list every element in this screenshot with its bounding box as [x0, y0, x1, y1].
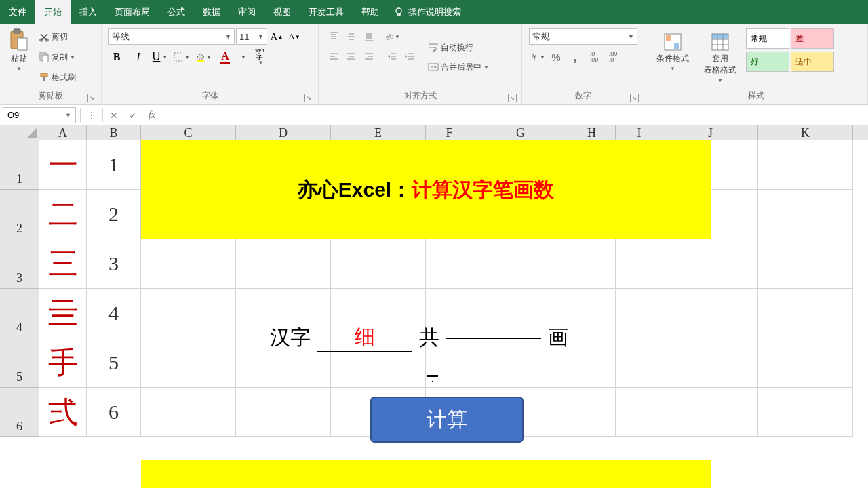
border-button[interactable]: ▼ — [174, 49, 190, 65]
cell-C4[interactable] — [141, 289, 236, 338]
col-header-D[interactable]: D — [236, 125, 331, 140]
copy-button[interactable]: 复制 ▼ — [35, 49, 79, 65]
cell-style-normal[interactable]: 常规 — [746, 28, 789, 49]
cell-F3[interactable] — [426, 239, 473, 289]
enter-button[interactable]: ✓ — [123, 107, 142, 123]
alignment-launcher[interactable]: ↘ — [508, 94, 517, 102]
increase-font-button[interactable]: A▲ — [269, 28, 285, 45]
cell-A5[interactable]: 手 — [39, 338, 87, 388]
cut-button[interactable]: 剪切 — [35, 29, 79, 45]
align-right-button[interactable] — [361, 49, 377, 65]
cell-A1[interactable]: 一 — [39, 140, 87, 190]
clipboard-launcher[interactable]: ↘ — [87, 94, 96, 102]
cells-area[interactable]: 6弍5手4亖3三2二1一 亦心Excel：计算汉字笔画数 汉字 细 共 画 计算 — [39, 140, 868, 488]
cell-K6[interactable] — [758, 388, 853, 437]
orientation-button[interactable]: ab▼ — [384, 28, 400, 45]
cell-C3[interactable] — [141, 239, 236, 289]
cell-B6[interactable]: 6 — [87, 388, 141, 437]
number-launcher[interactable]: ↘ — [630, 94, 639, 102]
cell-B1[interactable]: 1 — [87, 140, 141, 190]
hanzi-input[interactable]: 细 — [317, 323, 412, 352]
cell-K1[interactable] — [758, 140, 853, 190]
cell-J6[interactable] — [663, 388, 758, 437]
cell-I3[interactable] — [616, 239, 663, 289]
col-header-C[interactable]: C — [141, 125, 236, 140]
fb-expand-button[interactable]: ⋮ — [82, 107, 101, 123]
tell-me[interactable]: 操作说明搜索 — [393, 6, 461, 18]
cell-K5[interactable] — [758, 338, 853, 388]
cell-style-neutral[interactable]: 适中 — [791, 52, 834, 72]
cell-C5[interactable] — [141, 338, 236, 388]
row-header-3[interactable]: 3 — [0, 239, 39, 289]
cell-A3[interactable]: 三 — [39, 239, 87, 289]
wrap-text-button[interactable]: 自动换行 — [425, 40, 492, 56]
result-input[interactable] — [446, 338, 541, 339]
format-as-table-button[interactable]: 套用 表格格式▼ — [698, 28, 742, 86]
indent-button[interactable] — [401, 49, 418, 65]
cell-A2[interactable]: 二 — [39, 190, 87, 239]
cancel-button[interactable]: ✕ — [104, 107, 123, 123]
tab-help[interactable]: 帮助 — [353, 0, 388, 24]
underline-button[interactable]: U▼ — [152, 49, 168, 65]
cell-K4[interactable] — [758, 289, 853, 338]
font-size-select[interactable]: 11▼ — [236, 28, 267, 45]
comma-button[interactable]: , — [567, 49, 583, 65]
cell-K3[interactable] — [758, 239, 853, 289]
tab-formulas[interactable]: 公式 — [159, 0, 194, 24]
tab-review[interactable]: 审阅 — [229, 0, 264, 24]
italic-button[interactable]: I — [130, 49, 146, 65]
font-color-button[interactable]: A — [217, 49, 233, 65]
cell-H6[interactable] — [568, 388, 616, 437]
row-header-1[interactable]: 1 — [0, 140, 39, 190]
decrease-font-button[interactable]: A▼ — [286, 28, 302, 45]
fill-color-button[interactable]: ▼ — [195, 49, 212, 65]
conditional-format-button[interactable]: 条件格式▼ — [651, 28, 694, 86]
col-header-E[interactable]: E — [331, 125, 426, 140]
row-header-6[interactable]: 6 — [0, 388, 39, 437]
cell-B2[interactable]: 2 — [87, 190, 141, 239]
merge-center-button[interactable]: 合并后居中▼ — [425, 60, 492, 75]
tab-home[interactable]: 开始 — [35, 0, 71, 24]
cell-H4[interactable] — [568, 289, 616, 338]
col-header-I[interactable]: I — [616, 125, 663, 140]
align-top-button[interactable] — [326, 28, 342, 45]
tab-developer[interactable]: 开发工具 — [300, 0, 353, 24]
cell-G3[interactable] — [473, 239, 568, 289]
name-box[interactable]: O9▼ — [3, 107, 76, 123]
currency-button[interactable]: ￥▼ — [529, 49, 545, 65]
tab-view[interactable]: 视图 — [264, 0, 300, 24]
formula-input[interactable] — [161, 107, 868, 123]
cell-B4[interactable]: 4 — [87, 289, 141, 338]
cell-style-good[interactable]: 好 — [746, 52, 789, 72]
col-header-F[interactable]: F — [426, 125, 473, 140]
align-middle-button[interactable] — [343, 28, 359, 45]
calculate-button[interactable]: 计算 — [370, 396, 524, 443]
cell-J3[interactable] — [663, 239, 758, 289]
cell-style-bad[interactable]: 差 — [791, 28, 834, 49]
phonetic-button[interactable]: wén字▼ — [252, 49, 268, 65]
row-header-2[interactable]: 2 — [0, 190, 39, 239]
align-bottom-button[interactable] — [361, 28, 377, 45]
decrease-decimal-button[interactable]: .00.0 — [605, 49, 621, 65]
cell-J4[interactable] — [663, 289, 758, 338]
cell-K2[interactable] — [758, 190, 853, 239]
align-center-button[interactable] — [343, 49, 359, 65]
cell-D6[interactable] — [236, 388, 331, 437]
cell-C6[interactable] — [141, 388, 236, 437]
cell-I4[interactable] — [616, 289, 663, 338]
cell-I5[interactable] — [616, 338, 663, 388]
outdent-button[interactable] — [384, 49, 400, 65]
format-painter-button[interactable]: 格式刷 — [35, 70, 79, 85]
col-header-K[interactable]: K — [758, 125, 853, 140]
col-header-H[interactable]: H — [568, 125, 616, 140]
cell-B5[interactable]: 5 — [87, 338, 141, 388]
select-all-button[interactable] — [0, 125, 39, 140]
cell-E3[interactable] — [331, 239, 426, 289]
number-format-select[interactable]: 常规▼ — [529, 28, 637, 45]
font-launcher[interactable]: ↘ — [304, 94, 313, 102]
tab-file[interactable]: 文件 — [0, 0, 35, 24]
fx-button[interactable]: fx — [142, 107, 161, 123]
row-header-4[interactable]: 4 — [0, 289, 39, 338]
col-header-A[interactable]: A — [39, 125, 87, 140]
font-name-select[interactable]: 等线▼ — [108, 28, 235, 45]
